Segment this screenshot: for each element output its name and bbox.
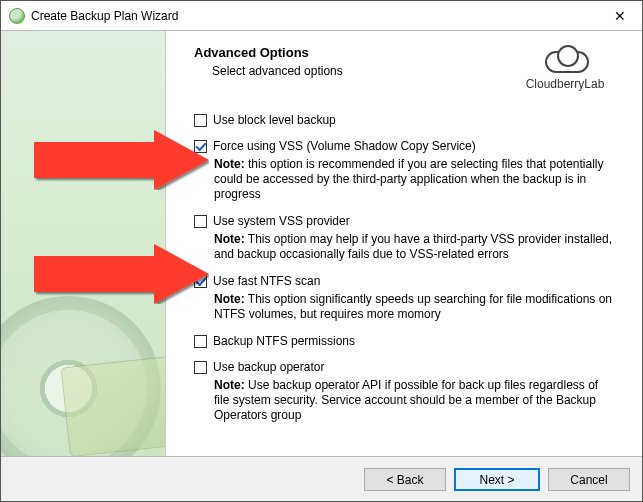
label-force-vss: Force using VSS (Volume Shadow Copy Serv… [213,139,476,153]
checkbox-force-vss[interactable] [194,140,207,153]
wizard-main: Advanced Options Select advanced options… [166,31,642,456]
note-text-system-vss: This option may help if you have a third… [214,232,612,261]
note-label-system-vss: Note: [214,232,245,246]
checkbox-backup-operator[interactable] [194,361,207,374]
titlebar: Create Backup Plan Wizard ✕ [1,1,642,31]
cancel-button[interactable]: Cancel [548,468,630,491]
option-block-fast-ntfs: Use fast NTFS scan Note: This option sig… [194,274,620,322]
wizard-sidebar-graphic [1,31,166,456]
checkbox-block-level[interactable] [194,114,207,127]
app-icon [9,8,25,24]
note-system-vss: Note: This option may help if you have a… [214,232,614,262]
label-backup-operator: Use backup operator [213,360,324,374]
close-button[interactable]: ✕ [597,1,642,30]
brand-name: CloudberryLab [510,77,620,91]
header-block: Advanced Options Select advanced options [194,45,510,78]
note-text-backup-operator: Use backup operator API if possible for … [214,378,598,422]
note-text-fast-ntfs: This option significantly speeds up sear… [214,292,612,321]
note-label-backup-operator: Note: [214,378,245,392]
option-block-system-vss: Use system VSS provider Note: This optio… [194,214,620,262]
brand-block: CloudberryLab [510,45,620,91]
label-fast-ntfs: Use fast NTFS scan [213,274,320,288]
window-title: Create Backup Plan Wizard [31,9,178,23]
note-label-force-vss: Note: [214,157,245,171]
option-block-force-vss: Force using VSS (Volume Shadow Copy Serv… [194,139,620,202]
label-system-vss: Use system VSS provider [213,214,350,228]
page-title: Advanced Options [194,45,510,60]
wizard-footer: < Back Next > Cancel [1,456,642,502]
box-graphic [61,355,166,456]
checkbox-fast-ntfs[interactable] [194,275,207,288]
page-subtitle: Select advanced options [212,64,510,78]
note-label-fast-ntfs: Note: [214,292,245,306]
note-force-vss: Note: this option is recommended if you … [214,157,614,202]
option-block-block-level: Use block level backup [194,113,620,127]
cloud-icon [541,45,589,75]
note-fast-ntfs: Note: This option significantly speeds u… [214,292,614,322]
note-text-force-vss: this option is recommended if you are se… [214,157,604,201]
option-block-backup-operator: Use backup operator Note: Use backup ope… [194,360,620,423]
checkbox-backup-perms[interactable] [194,335,207,348]
label-block-level: Use block level backup [213,113,336,127]
note-backup-operator: Note: Use backup operator API if possibl… [214,378,614,423]
back-button[interactable]: < Back [364,468,446,491]
label-backup-perms: Backup NTFS permissions [213,334,355,348]
wizard-body: Advanced Options Select advanced options… [1,31,642,456]
checkbox-system-vss[interactable] [194,215,207,228]
option-block-backup-perms: Backup NTFS permissions [194,334,620,348]
next-button[interactable]: Next > [454,468,540,491]
